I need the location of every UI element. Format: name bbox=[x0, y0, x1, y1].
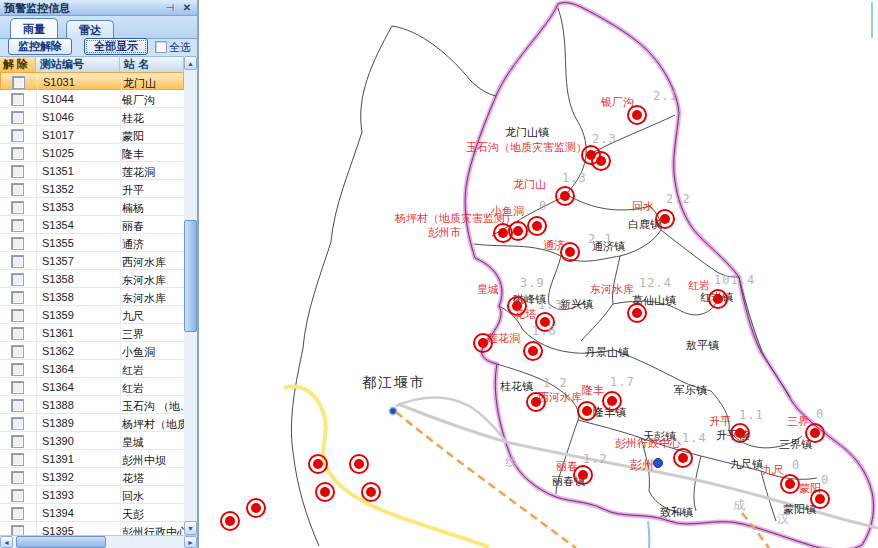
row-checkbox[interactable] bbox=[11, 111, 24, 124]
scroll-left-icon[interactable]: ◄ bbox=[0, 536, 13, 548]
station-marker[interactable] bbox=[708, 289, 728, 309]
station-marker[interactable] bbox=[627, 105, 647, 125]
table-row[interactable]: S1364 红岩 bbox=[0, 360, 184, 378]
select-all-checkbox[interactable] bbox=[155, 41, 167, 53]
row-checkbox[interactable] bbox=[11, 507, 24, 520]
station-marker[interactable] bbox=[591, 151, 611, 171]
table-row[interactable]: S1358 东河水库 bbox=[0, 270, 184, 288]
column-header-release[interactable]: 解 除 bbox=[0, 57, 36, 72]
table-row[interactable]: S1359 九尺 bbox=[0, 306, 184, 324]
row-checkbox[interactable] bbox=[11, 165, 24, 178]
show-all-button[interactable]: 全部显示 bbox=[84, 38, 148, 55]
table-row[interactable]: S1353 楠杨 bbox=[0, 198, 184, 216]
station-marker[interactable] bbox=[473, 333, 493, 353]
station-marker[interactable] bbox=[315, 482, 335, 502]
row-checkbox[interactable] bbox=[11, 93, 24, 106]
row-checkbox[interactable] bbox=[11, 201, 24, 214]
railway bbox=[396, 412, 576, 548]
table-row[interactable]: S1358 东河水库 bbox=[0, 288, 184, 306]
station-label: 升平 bbox=[709, 415, 731, 427]
station-marker[interactable] bbox=[655, 209, 675, 229]
column-header-station-id[interactable]: 测站编号 bbox=[36, 57, 120, 72]
tab-radar[interactable]: 雷达 bbox=[66, 20, 114, 39]
table-row[interactable]: S1031 龙门山 bbox=[0, 72, 184, 90]
table-row[interactable]: S1389 杨坪村（地质… bbox=[0, 414, 184, 432]
table-row[interactable]: S1364 红岩 bbox=[0, 378, 184, 396]
row-checkbox[interactable] bbox=[12, 76, 25, 89]
scroll-down-icon[interactable]: ▼ bbox=[184, 521, 197, 535]
row-checkbox[interactable] bbox=[11, 327, 24, 340]
pin-icon[interactable]: ⊣ bbox=[163, 0, 177, 15]
station-marker[interactable] bbox=[805, 423, 825, 443]
table-row[interactable]: S1361 三界 bbox=[0, 324, 184, 342]
row-checkbox[interactable] bbox=[11, 345, 24, 358]
horizontal-scrollbar[interactable]: ◄ ► bbox=[0, 535, 197, 548]
monitor-release-button[interactable]: 监控解除 bbox=[8, 38, 72, 55]
table-row[interactable]: S1392 花塔 bbox=[0, 468, 184, 486]
station-marker[interactable] bbox=[523, 341, 543, 361]
horizontal-scroll-thumb[interactable] bbox=[16, 536, 106, 548]
station-marker[interactable] bbox=[577, 401, 597, 421]
station-marker[interactable] bbox=[560, 242, 580, 262]
row-checkbox[interactable] bbox=[11, 147, 24, 160]
row-checkbox[interactable] bbox=[11, 417, 24, 430]
row-checkbox[interactable] bbox=[11, 525, 24, 535]
vertical-scroll-thumb[interactable] bbox=[184, 220, 197, 332]
station-marker[interactable] bbox=[349, 454, 369, 474]
table-row[interactable]: S1390 皇城 bbox=[0, 432, 184, 450]
table-row[interactable]: S1046 桂花 bbox=[0, 108, 184, 126]
table-row[interactable]: S1017 蒙阳 bbox=[0, 126, 184, 144]
station-marker[interactable] bbox=[730, 423, 750, 443]
station-marker[interactable] bbox=[308, 454, 328, 474]
station-marker[interactable] bbox=[246, 498, 266, 518]
station-marker[interactable] bbox=[573, 465, 593, 485]
table-row[interactable]: S1044 银厂沟 bbox=[0, 90, 184, 108]
table-row[interactable]: S1362 小鱼洞 bbox=[0, 342, 184, 360]
table-row[interactable]: S1395 彭州行政中心 bbox=[0, 522, 184, 535]
table-row[interactable]: S1391 彭州中坝 bbox=[0, 450, 184, 468]
row-checkbox[interactable] bbox=[11, 129, 24, 142]
row-checkbox[interactable] bbox=[11, 399, 24, 412]
table-row[interactable]: S1355 通济 bbox=[0, 234, 184, 252]
row-checkbox[interactable] bbox=[11, 183, 24, 196]
station-marker[interactable] bbox=[526, 392, 546, 412]
station-value: 1.3 bbox=[562, 172, 587, 184]
row-checkbox[interactable] bbox=[11, 273, 24, 286]
row-checkbox[interactable] bbox=[11, 381, 24, 394]
row-checkbox[interactable] bbox=[11, 219, 24, 232]
row-checkbox[interactable] bbox=[11, 255, 24, 268]
table-row[interactable]: S1352 升平 bbox=[0, 180, 184, 198]
station-marker[interactable] bbox=[361, 482, 381, 502]
station-marker[interactable] bbox=[673, 448, 693, 468]
table-row[interactable]: S1393 回水 bbox=[0, 486, 184, 504]
row-checkbox[interactable] bbox=[11, 489, 24, 502]
column-header-station-name[interactable]: 站 名 bbox=[120, 57, 184, 72]
table-row[interactable]: S1351 莲花洞 bbox=[0, 162, 184, 180]
station-marker[interactable] bbox=[627, 303, 647, 323]
scroll-right-icon[interactable]: ► bbox=[184, 536, 197, 548]
station-name: 红岩 bbox=[122, 363, 144, 378]
station-marker[interactable] bbox=[508, 221, 528, 241]
station-marker[interactable] bbox=[602, 391, 622, 411]
row-checkbox[interactable] bbox=[11, 309, 24, 322]
tab-rainfall[interactable]: 雨量 bbox=[10, 18, 58, 39]
station-marker[interactable] bbox=[555, 186, 575, 206]
row-checkbox[interactable] bbox=[11, 435, 24, 448]
row-checkbox[interactable] bbox=[11, 363, 24, 376]
row-checkbox[interactable] bbox=[11, 453, 24, 466]
table-row[interactable]: S1357 西河水库 bbox=[0, 252, 184, 270]
row-checkbox[interactable] bbox=[11, 291, 24, 304]
station-marker[interactable] bbox=[527, 216, 547, 236]
station-marker[interactable] bbox=[220, 511, 240, 531]
table-row[interactable]: S1394 天彭 bbox=[0, 504, 184, 522]
row-checkbox[interactable] bbox=[11, 237, 24, 250]
row-checkbox[interactable] bbox=[11, 471, 24, 484]
table-row[interactable]: S1388 玉石沟 （地… bbox=[0, 396, 184, 414]
table-row[interactable]: S1025 隆丰 bbox=[0, 144, 184, 162]
station-marker[interactable] bbox=[780, 474, 800, 494]
scroll-up-icon[interactable]: ▲ bbox=[184, 56, 197, 70]
close-icon[interactable]: ✕ bbox=[180, 0, 194, 15]
vertical-scrollbar[interactable]: ▲ ▼ bbox=[184, 56, 197, 535]
table-row[interactable]: S1354 丽春 bbox=[0, 216, 184, 234]
station-marker[interactable] bbox=[810, 489, 830, 509]
